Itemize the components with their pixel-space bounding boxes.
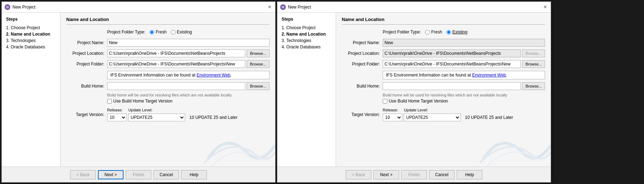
release-select-right[interactable]: 10 <box>383 114 402 121</box>
project-name-row-right: Project Name: <box>342 39 545 47</box>
step-4-left: 4. Oracle Databases <box>6 44 56 50</box>
cancel-button-left[interactable]: Cancel <box>153 170 179 179</box>
main-panel-left: Name and Location Project Folder Type: F… <box>61 12 275 167</box>
project-location-row-left: Project Location: Browse... <box>66 49 269 57</box>
help-button-left[interactable]: Help <box>181 170 207 179</box>
project-name-row-left: Project Name: <box>66 39 269 47</box>
title-bar-right: N New Project ✕ <box>277 2 551 12</box>
dialog-body-right: Steps 1. Choose Project 2. Name and Loca… <box>277 12 551 167</box>
finish-button-left[interactable]: Finish <box>126 170 151 179</box>
dialog-right: N New Project ✕ Steps 1. Choose Project … <box>277 1 551 183</box>
folder-type-group-right: Project Folder Type: Fresh Existing <box>383 30 545 35</box>
project-folder-label-right: Project Folder: <box>342 62 383 67</box>
fresh-radio-label-right[interactable]: Fresh <box>425 30 442 35</box>
version-info-left: 10 UPDATE 25 and Later <box>189 114 237 121</box>
close-button-left[interactable]: ✕ <box>267 4 272 10</box>
project-location-input-left[interactable] <box>107 49 245 57</box>
next-button-left[interactable]: Next > <box>98 170 124 179</box>
finish-button-right[interactable]: Finish <box>401 170 427 179</box>
use-build-home-label-right[interactable]: Use Build Home Target Version <box>389 99 448 104</box>
step-2-left: 2. Name and Location <box>6 31 56 37</box>
footer-left: < Back Next > Finish Cancel Help <box>2 167 275 182</box>
app-icon-left: N <box>5 4 10 10</box>
next-button-right[interactable]: Next > <box>373 170 399 179</box>
build-home-label-left: Build Home: <box>66 84 107 89</box>
build-home-browse-left[interactable]: Browse... <box>247 82 269 90</box>
project-name-label-left: Project Name: <box>66 40 107 45</box>
step-1-right: 1. Choose Project <box>282 25 331 31</box>
use-build-home-label-left[interactable]: Use Build Home Target Version <box>113 99 173 104</box>
info-box-right: IFS Environment Information can be found… <box>383 71 545 79</box>
build-home-row-left: Build Home: Browse... <box>66 82 269 90</box>
build-home-hint-left: Build home will be used for resolving fi… <box>107 93 269 97</box>
section-title-right: Name and Location <box>342 17 545 25</box>
fresh-radio-left[interactable] <box>150 30 154 35</box>
release-sublabel-left: Release: <box>107 108 122 112</box>
project-location-label-right: Project Location: <box>342 51 383 56</box>
update-sublabel-right: Update Level: <box>404 108 428 112</box>
existing-radio-label-left[interactable]: Existing <box>171 30 192 35</box>
target-version-row-left: Target Version: Release: Update Level: 1… <box>66 108 269 121</box>
dialog-title-right: New Project <box>288 5 311 10</box>
version-info-right: 10 UPDATE 25 and Later <box>465 114 513 121</box>
target-version-label-right: Target Version: <box>342 112 383 117</box>
update-sublabel-left: Update Level: <box>128 108 152 112</box>
back-button-right[interactable]: < Back <box>346 170 371 179</box>
info-box-left: IFS Environment Information can be found… <box>107 71 269 79</box>
project-location-browse-left[interactable]: Browse... <box>247 49 269 57</box>
existing-radio-right[interactable] <box>446 30 451 35</box>
fresh-radio-right[interactable] <box>425 30 430 35</box>
help-button-right[interactable]: Help <box>457 170 482 179</box>
steps-list-left: 1. Choose Project 2. Name and Location 3… <box>6 25 56 50</box>
project-name-input-right[interactable] <box>383 39 545 47</box>
environment-web-link-left[interactable]: Environment Web <box>197 73 230 78</box>
target-version-label-left: Target Version: <box>66 112 107 117</box>
step-3-right: 3. Technologies <box>282 37 331 44</box>
use-build-home-checkbox-right[interactable] <box>383 99 387 104</box>
step-4-right: 4. Oracle Databases <box>282 44 331 50</box>
project-name-input-left[interactable] <box>107 39 269 47</box>
step-3-left: 3. Technologies <box>6 37 56 44</box>
steps-list-right: 1. Choose Project 2. Name and Location 3… <box>282 25 331 50</box>
steps-panel-left: Steps 1. Choose Project 2. Name and Loca… <box>2 12 61 167</box>
use-build-home-row-right: Use Build Home Target Version <box>383 99 545 104</box>
release-sublabel-right: Release: <box>383 108 398 112</box>
environment-web-link-right[interactable]: Environment Web <box>472 73 506 78</box>
project-folder-browse-left[interactable]: Browse... <box>247 60 269 68</box>
watermark-left <box>204 124 275 167</box>
existing-radio-left[interactable] <box>171 30 176 35</box>
main-panel-right: Name and Location Project Folder Type: F… <box>336 12 551 167</box>
steps-heading-right: Steps <box>282 17 331 22</box>
project-folder-browse-right[interactable]: Browse... <box>522 60 545 68</box>
project-folder-input-right[interactable] <box>383 60 521 68</box>
steps-panel-right: Steps 1. Choose Project 2. Name and Loca… <box>277 12 336 167</box>
update-select-left[interactable]: UPDATE25 <box>128 114 185 121</box>
use-build-home-checkbox-left[interactable] <box>107 99 112 104</box>
target-version-row-right: Target Version: Release: Update Level: 1… <box>342 108 545 121</box>
project-folder-input-left[interactable] <box>107 60 245 68</box>
section-title-left: Name and Location <box>66 17 269 25</box>
target-controls-left: Release: Update Level: 10 UPDATE25 <box>107 108 237 121</box>
folder-type-group-left: Project Folder Type: Fresh Existing <box>107 30 269 35</box>
cancel-button-right[interactable]: Cancel <box>429 170 455 179</box>
project-location-input-right[interactable] <box>383 49 521 57</box>
release-select-left[interactable]: 10 <box>107 114 127 121</box>
fresh-radio-label-left[interactable]: Fresh <box>150 30 167 35</box>
app-icon-right: N <box>280 4 286 10</box>
project-name-label-right: Project Name: <box>342 40 383 45</box>
update-select-right[interactable]: UPDATE25 <box>404 114 461 121</box>
back-button-left[interactable]: < Back <box>70 170 96 179</box>
build-home-browse-right[interactable]: Browse... <box>522 82 545 90</box>
footer-right: < Back Next > Finish Cancel Help <box>277 167 551 182</box>
folder-type-label-right: Project Folder Type: <box>383 30 421 35</box>
project-location-browse-right[interactable]: Browse... <box>522 49 545 57</box>
build-home-hint-right: Build home will be used for resolving fi… <box>383 93 545 97</box>
project-folder-row-left: Project Folder: Browse... <box>66 60 269 68</box>
build-home-input-left[interactable] <box>107 82 245 90</box>
close-button-right[interactable]: ✕ <box>543 4 548 10</box>
project-folder-label-left: Project Folder: <box>66 62 107 67</box>
dialog-title-left: New Project <box>12 5 36 10</box>
existing-radio-label-right[interactable]: Existing <box>446 30 467 35</box>
folder-type-label-left: Project Folder Type: <box>107 30 145 35</box>
build-home-input-right[interactable] <box>383 82 521 90</box>
